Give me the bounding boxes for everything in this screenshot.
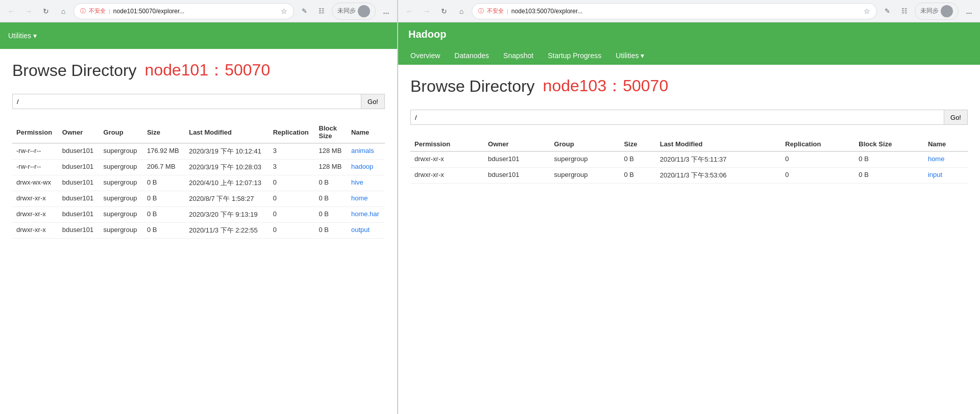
right-directory-table: Permission Owner Group Size Last Modifie… [410, 137, 968, 184]
left-title-text: Browse Directory [12, 61, 137, 80]
right-cell-blocksize: 0 B [854, 168, 924, 184]
right-lock-icon: ⓘ [478, 7, 484, 15]
left-utilities-arrow: ▾ [33, 32, 37, 40]
right-col-name: Name [924, 137, 968, 151]
left-cell-blocksize: 0 B [315, 175, 347, 191]
left-collections-icon[interactable]: ☷ [314, 4, 329, 18]
right-menu-snapshot[interactable]: Snapshot [496, 46, 541, 65]
right-menu-datanodes[interactable]: Datanodes [447, 46, 496, 65]
right-col-lastmodified: Last Modified [656, 137, 781, 151]
right-cell-name[interactable]: home [924, 151, 968, 168]
left-file-link[interactable]: animals [351, 147, 374, 154]
right-security-label: 不安全 [487, 7, 504, 15]
left-cell-modified: 2020/4/10 上午 12:07:13 [185, 175, 269, 191]
left-security-label: 不安全 [89, 7, 106, 15]
right-file-link[interactable]: input [928, 171, 942, 178]
right-more-button[interactable]: ... [962, 4, 976, 18]
left-cell-size: 176.92 MB [143, 143, 185, 160]
left-cell-name[interactable]: home [347, 191, 385, 207]
left-sync-button[interactable]: 未同步 [332, 3, 376, 20]
left-cell-name[interactable]: hive [347, 175, 385, 191]
right-file-link[interactable]: home [928, 155, 945, 163]
left-cell-name[interactable]: animals [347, 143, 385, 160]
right-sync-button[interactable]: 未同步 [915, 3, 959, 20]
right-forward-button[interactable]: → [420, 4, 434, 18]
right-cell-permission: drwxr-xr-x [410, 151, 484, 168]
right-star-icon[interactable]: ☆ [864, 7, 870, 15]
right-browser-toolbar: ← → ↻ ⌂ ⓘ 不安全 | node103:50070/explorer..… [398, 0, 980, 22]
right-col-size: Size [620, 137, 655, 151]
left-cell-modified: 2020/3/19 下午 10:28:03 [185, 160, 269, 175]
left-table-row: drwxr-xr-x bduser101 supergroup 0 B 2020… [12, 223, 385, 239]
right-cell-name[interactable]: input [924, 168, 968, 184]
left-utilities-label: Utilities [8, 32, 31, 40]
left-reload-button[interactable]: ↻ [39, 4, 53, 18]
left-cell-replication: 0 [269, 175, 315, 191]
left-browser-toolbar: ← → ↻ ⌂ ⓘ 不安全 | node101:50070/explorer..… [0, 0, 397, 22]
left-cell-modified: 2020/8/7 下午 1:58:27 [185, 191, 269, 207]
left-file-link[interactable]: hive [351, 178, 363, 186]
right-menu-startup[interactable]: Startup Progress [541, 46, 608, 65]
left-cell-group: supergroup [100, 191, 143, 207]
left-file-link[interactable]: output [351, 226, 370, 234]
left-bookmark-icon[interactable]: ✎ [297, 4, 311, 18]
left-col-blocksize: BlockSize [315, 121, 347, 143]
left-forward-button[interactable]: → [21, 4, 36, 18]
left-file-link[interactable]: home.har [351, 210, 379, 218]
left-col-lastmodified: Last Modified [185, 121, 269, 143]
left-cell-permission: drwxr-xr-x [12, 223, 58, 239]
right-path-input[interactable] [410, 110, 944, 125]
right-back-button[interactable]: ← [402, 4, 416, 18]
right-go-button[interactable]: Go! [944, 110, 968, 125]
left-star-icon[interactable]: ☆ [281, 7, 287, 15]
left-cell-size: 0 B [143, 191, 185, 207]
left-cell-blocksize: 128 MB [315, 160, 347, 175]
right-home-button[interactable]: ⌂ [454, 4, 469, 18]
right-title-text: Browse Directory [410, 77, 535, 96]
left-table-row: -rw-r--r-- bduser101 supergroup 206.7 MB… [12, 160, 385, 175]
left-file-link[interactable]: hadoop [351, 163, 373, 170]
left-cell-owner: bduser101 [58, 207, 100, 223]
left-table-row: -rw-r--r-- bduser101 supergroup 176.92 M… [12, 143, 385, 160]
left-directory-table: Permission Owner Group Size Last Modifie… [12, 121, 385, 239]
left-cell-permission: drwxr-xr-x [12, 207, 58, 223]
left-cell-replication: 0 [269, 223, 315, 239]
left-cell-name[interactable]: home.har [347, 207, 385, 223]
left-cell-owner: bduser101 [58, 160, 100, 175]
right-cell-owner: bduser101 [484, 151, 550, 168]
left-path-input[interactable] [12, 94, 361, 109]
left-more-button[interactable]: ... [379, 4, 393, 18]
right-menu-utilities[interactable]: Utilities ▾ [608, 46, 651, 65]
left-page-body: Browse Directory node101：50070 Go! Permi… [0, 49, 397, 414]
right-cell-size: 0 B [620, 168, 655, 184]
left-col-permission: Permission [12, 121, 58, 143]
left-cell-permission: -rw-r--r-- [12, 143, 58, 160]
left-cell-name[interactable]: output [347, 223, 385, 239]
right-table-row: drwxr-xr-x bduser101 supergroup 0 B 2020… [410, 168, 968, 184]
right-bookmark-icon[interactable]: ✎ [880, 4, 894, 18]
right-url-text[interactable]: node103:50070/explorer... [511, 8, 861, 15]
left-back-button[interactable]: ← [4, 4, 18, 18]
right-utilities-arrow: ▾ [641, 51, 644, 60]
right-col-permission: Permission [410, 137, 484, 151]
left-col-owner: Owner [58, 121, 100, 143]
right-reload-button[interactable]: ↻ [437, 4, 451, 18]
left-home-button[interactable]: ⌂ [56, 4, 70, 18]
left-go-button[interactable]: Go! [361, 94, 385, 109]
left-cell-size: 0 B [143, 223, 185, 239]
left-cell-replication: 3 [269, 143, 315, 160]
left-col-name: Name [347, 121, 385, 143]
left-file-link[interactable]: home [351, 194, 368, 202]
left-table-row: drwxr-xr-x bduser101 supergroup 0 B 2020… [12, 207, 385, 223]
left-utilities-menu[interactable]: Utilities ▾ [8, 32, 37, 40]
right-menu-overview[interactable]: Overview [403, 46, 447, 65]
left-cell-group: supergroup [100, 207, 143, 223]
left-cell-replication: 0 [269, 207, 315, 223]
left-path-bar: Go! [12, 94, 385, 109]
right-hadoop-title: Hadoop [398, 22, 980, 46]
left-url-text[interactable]: node101:50070/explorer... [113, 8, 278, 15]
left-cell-modified: 2020/11/3 下午 2:22:55 [185, 223, 269, 239]
right-collections-icon[interactable]: ☷ [897, 4, 912, 18]
left-cell-name[interactable]: hadoop [347, 160, 385, 175]
right-col-blocksize: Block Size [854, 137, 924, 151]
